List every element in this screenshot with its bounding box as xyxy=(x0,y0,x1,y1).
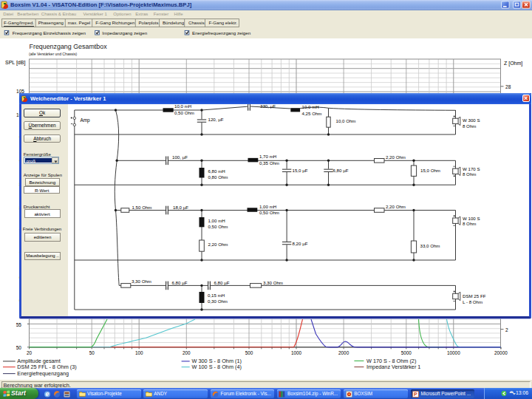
svg-text:2: 2 xyxy=(505,327,508,332)
svg-text:0,15 mH: 0,15 mH xyxy=(208,293,225,298)
svg-text:Impedanz Verstärker 1: Impedanz Verstärker 1 xyxy=(366,364,420,370)
svg-text:3,30 Ohm: 3,30 Ohm xyxy=(263,280,283,285)
svg-text:W 100 S - 8 Ohm (4): W 100 S - 8 Ohm (4) xyxy=(192,364,242,370)
svg-text:0,35 Ohm: 0,35 Ohm xyxy=(259,160,279,166)
svg-text:2,20 Ohm: 2,20 Ohm xyxy=(386,204,406,209)
svg-text:0,50 Ohm: 0,50 Ohm xyxy=(259,210,279,215)
svg-text:6,80 µF: 6,80 µF xyxy=(214,280,229,285)
svg-text:50: 50 xyxy=(89,350,95,355)
svg-text:2000: 2000 xyxy=(338,350,349,355)
svg-text:15,0 Ohm: 15,0 Ohm xyxy=(420,168,440,173)
svg-text:3,30 Ohm: 3,30 Ohm xyxy=(132,279,151,284)
svg-text:0,50 Ohm: 0,50 Ohm xyxy=(174,110,194,115)
svg-text:15,0 µF: 15,0 µF xyxy=(292,168,307,173)
svg-text:SPL [dB]: SPL [dB] xyxy=(5,60,25,66)
svg-text:4,25 Ohm: 4,25 Ohm xyxy=(301,111,321,116)
svg-text:100, µF: 100, µF xyxy=(172,154,188,160)
svg-text:L - 8 Ohm: L - 8 Ohm xyxy=(463,299,482,304)
svg-text:DSM 25 FFL - 8 Ohm (3): DSM 25 FFL - 8 Ohm (3) xyxy=(17,364,76,370)
svg-text:6,80 mH: 6,80 mH xyxy=(208,168,225,174)
svg-text:W 300 S: W 300 S xyxy=(463,117,480,123)
svg-text:10,0 mH: 10,0 mH xyxy=(174,104,191,109)
svg-text:(alle Verstärker und Chassis): (alle Verstärker und Chassis) xyxy=(29,52,77,56)
svg-text:W 100 S: W 100 S xyxy=(463,216,480,221)
svg-text:20: 20 xyxy=(27,350,33,355)
svg-text:W 170 S: W 170 S xyxy=(463,166,480,171)
svg-text:8,20 µF: 8,20 µF xyxy=(292,241,307,246)
svg-text:50: 50 xyxy=(16,345,22,350)
svg-text:20000: 20000 xyxy=(494,350,508,355)
svg-text:33,0 Ohm: 33,0 Ohm xyxy=(420,243,440,248)
svg-text:DSM 25 FF: DSM 25 FF xyxy=(463,293,486,299)
svg-text:6,80 µF: 6,80 µF xyxy=(332,168,348,173)
svg-text:P: P xyxy=(414,392,417,397)
svg-text:6,80 µF: 6,80 µF xyxy=(171,280,187,285)
svg-text:Energiefrequenzgang: Energiefrequenzgang xyxy=(17,370,69,377)
svg-text:500: 500 xyxy=(245,350,253,355)
svg-text:Amp: Amp xyxy=(80,117,90,123)
svg-text:10,0 Ohm: 10,0 Ohm xyxy=(335,118,355,123)
svg-text:1,00 mH: 1,00 mH xyxy=(259,204,276,209)
svg-text:2,20 Ohm: 2,20 Ohm xyxy=(386,154,406,160)
svg-text:120, µF: 120, µF xyxy=(208,117,223,122)
svg-text:8 Ohm: 8 Ohm xyxy=(463,123,476,129)
svg-text:0,30 Ohm: 0,30 Ohm xyxy=(208,299,228,304)
svg-text:1,50 Ohm: 1,50 Ohm xyxy=(132,205,151,210)
svg-text:1,70 mH: 1,70 mH xyxy=(259,154,276,159)
svg-text:28: 28 xyxy=(505,84,511,89)
svg-text:0,50 Ohm: 0,50 Ohm xyxy=(208,224,228,229)
svg-text:10000: 10000 xyxy=(447,350,460,355)
svg-text:100: 100 xyxy=(135,350,143,355)
svg-text:10,0 mH: 10,0 mH xyxy=(301,104,318,109)
svg-text:Frequenzgang Gesamtbox: Frequenzgang Gesamtbox xyxy=(30,43,108,50)
svg-text:1,00 mH: 1,00 mH xyxy=(208,218,225,223)
svg-text:200: 200 xyxy=(183,350,191,355)
svg-text:8 Ohm: 8 Ohm xyxy=(463,221,476,226)
svg-text:55: 55 xyxy=(16,322,22,327)
svg-text:e: e xyxy=(45,390,49,398)
svg-text:Z [Ohm]: Z [Ohm] xyxy=(504,61,522,66)
svg-text:8 Ohm: 8 Ohm xyxy=(463,171,476,177)
svg-text:18,0 µF: 18,0 µF xyxy=(173,205,188,210)
svg-text:5000: 5000 xyxy=(401,350,412,355)
svg-text:0,80 Ohm: 0,80 Ohm xyxy=(208,174,228,180)
svg-text:2,20 Ohm: 2,20 Ohm xyxy=(208,242,228,247)
svg-text:1000: 1000 xyxy=(291,350,302,355)
svg-text:330, µF: 330, µF xyxy=(260,104,276,109)
